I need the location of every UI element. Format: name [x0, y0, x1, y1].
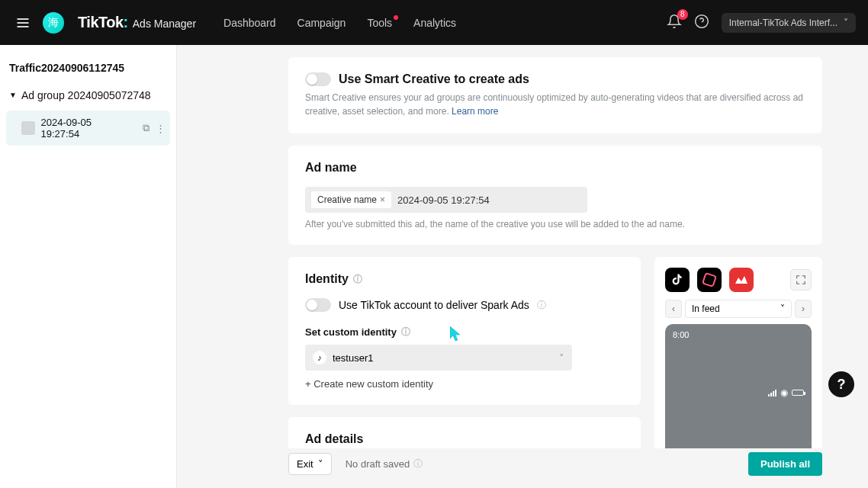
ad-thumbnail-icon	[21, 121, 35, 135]
campaign-title[interactable]: Traffic20240906112745	[6, 57, 170, 85]
brand-subtitle: Ads Manager	[133, 18, 196, 30]
account-picker[interactable]: Internal-TikTok Ads Interf... ˅	[722, 13, 856, 33]
notification-dot-icon	[394, 15, 398, 20]
nav-analytics[interactable]: Analytics	[413, 17, 456, 29]
expand-icon[interactable]	[790, 269, 812, 291]
caret-down-icon: ▼	[9, 91, 17, 99]
smart-creative-desc: Smart Creative ensures your ad groups ar…	[305, 91, 805, 118]
ad-name-heading: Ad name	[305, 161, 805, 175]
chevron-down-icon: ˅	[559, 352, 564, 364]
info-icon[interactable]: ⓘ	[413, 458, 423, 470]
footer-bar: Exit ˅ No draft saved ⓘ Publish all	[177, 448, 868, 479]
smart-creative-title: Use Smart Creative to create ads	[339, 72, 529, 86]
ad-item-label: 2024-09-05 19:27:54	[41, 117, 130, 140]
copy-icon[interactable]: ⧉	[143, 122, 149, 134]
custom-identity-label: Set custom identity	[305, 326, 397, 338]
ad-details-heading: Ad details	[305, 432, 624, 446]
chip-remove-icon[interactable]: ×	[380, 194, 385, 205]
phone-preview: 8:00 ◉	[665, 324, 812, 448]
phone-time: 8:00	[673, 330, 689, 448]
more-icon[interactable]: ⋮	[156, 123, 166, 134]
nav-tools[interactable]: Tools	[367, 17, 392, 29]
info-icon[interactable]: ⓘ	[537, 299, 546, 312]
preview-tab-tiktok[interactable]	[665, 268, 690, 292]
ad-details-card: Ad details	[288, 417, 641, 448]
preview-prev-button[interactable]: ‹	[665, 300, 682, 318]
info-icon[interactable]: ⓘ	[401, 326, 410, 339]
ad-name-value: 2024-09-05 19:27:54	[397, 194, 490, 206]
signal-icon	[768, 390, 776, 396]
chevron-down-icon: ˅	[844, 18, 848, 28]
identity-card: Identity ⓘ Use TikTok account to deliver…	[288, 257, 641, 405]
spark-ads-toggle[interactable]	[305, 298, 331, 312]
wifi-icon: ◉	[780, 387, 788, 398]
main-content: Use Smart Creative to create ads Smart C…	[177, 45, 868, 448]
svg-point-3	[695, 14, 708, 27]
ad-item-row[interactable]: 2024-09-05 19:27:54 ⧉ ⋮	[6, 111, 170, 146]
creative-name-chip: Creative name ×	[311, 191, 391, 208]
preview-pane: ‹ In feed ˅ › 8:00 ◉	[654, 257, 822, 448]
identity-avatar-icon: ♪	[313, 351, 326, 364]
publish-all-button[interactable]: Publish all	[748, 452, 822, 476]
notification-count: 8	[677, 9, 688, 20]
preview-tab-third[interactable]	[729, 268, 754, 292]
ad-name-input[interactable]: Creative name × 2024-09-05 19:27:54	[305, 187, 587, 213]
adgroup-label: Ad group 20240905072748	[21, 89, 151, 101]
spark-ads-label: Use TikTok account to deliver Spark Ads	[339, 299, 529, 311]
menu-icon[interactable]	[12, 12, 34, 34]
preview-next-button[interactable]: ›	[795, 300, 812, 318]
phone-status-icons: ◉	[768, 330, 804, 448]
account-label: Internal-TikTok Ads Interf...	[729, 18, 837, 28]
placement-select[interactable]: In feed ˅	[685, 300, 792, 318]
smart-creative-card: Use Smart Creative to create ads Smart C…	[288, 57, 822, 133]
notifications-button[interactable]: 8	[667, 14, 682, 32]
placement-label: In feed	[692, 303, 720, 314]
learn-more-link[interactable]: Learn more	[452, 106, 498, 117]
sidebar: Traffic20240906112745 ▼ Ad group 2024090…	[0, 45, 177, 488]
nav-campaign[interactable]: Campaign	[297, 17, 346, 29]
help-icon[interactable]	[694, 14, 709, 32]
help-fab[interactable]: ?	[828, 371, 854, 397]
nav-dashboard[interactable]: Dashboard	[223, 17, 276, 29]
preview-tab-secondary[interactable]	[697, 268, 722, 292]
adgroup-row[interactable]: ▼ Ad group 20240905072748	[6, 85, 170, 106]
ad-name-note: After you've submitted this ad, the name…	[305, 219, 805, 230]
brand-logo: TikTok:	[78, 14, 128, 31]
custom-identity-select[interactable]: ♪ testuser1 ˅	[305, 345, 572, 371]
info-icon[interactable]: ⓘ	[353, 273, 362, 286]
battery-icon	[792, 390, 804, 396]
user-avatar[interactable]: 海	[43, 12, 64, 34]
identity-heading: Identity	[305, 272, 349, 286]
brand: TikTok: Ads Manager	[78, 14, 196, 31]
draft-status: No draft saved ⓘ	[346, 458, 423, 470]
nav-links: Dashboard Campaign Tools Analytics	[223, 17, 456, 29]
chevron-down-icon: ˅	[780, 303, 785, 314]
exit-button[interactable]: Exit ˅	[288, 453, 332, 475]
identity-selected: testuser1	[333, 352, 373, 364]
ad-name-card: Ad name Creative name × 2024-09-05 19:27…	[288, 146, 822, 245]
top-nav: 海 TikTok: Ads Manager Dashboard Campaign…	[0, 0, 868, 45]
create-identity-link[interactable]: + Create new custom identity	[305, 378, 624, 390]
chevron-down-icon: ˅	[318, 458, 323, 470]
smart-creative-toggle[interactable]	[305, 72, 331, 86]
